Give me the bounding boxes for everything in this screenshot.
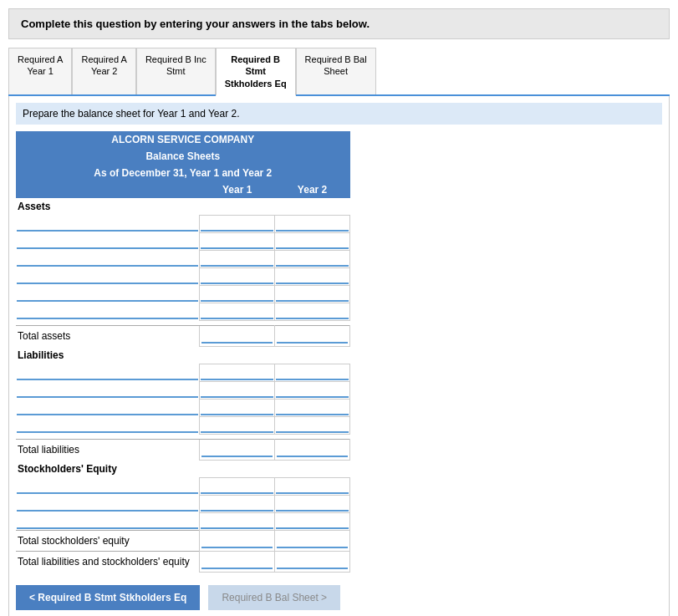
asset-name-5[interactable] [17,287,198,302]
asset-name-6[interactable] [17,304,198,319]
stockholders-equity-label-row: Stockholders' Equity [16,460,350,477]
blue-instruction: Prepare the balance sheet for Year 1 and… [16,103,662,125]
tab-req-b-stmt-stk[interactable]: Required BStmtStkholders Eq [216,48,296,96]
asset-year2-2[interactable] [276,234,349,249]
total-equity-year1[interactable] [201,533,273,548]
asset-year1-5[interactable] [201,287,273,302]
asset-year2-4[interactable] [276,269,349,284]
asset-year1-4[interactable] [201,269,273,284]
tabs-row: Required AYear 1 Required AYear 2 Requir… [8,48,670,96]
balance-sheet-table: ALCORN SERVICE COMPANY Balance Sheets As… [16,131,350,573]
total-liabilities-row: Total liabilities [16,439,350,460]
equity-year1-1[interactable] [201,479,273,494]
equity-year2-1[interactable] [276,479,349,494]
asset-name-1[interactable] [17,216,198,232]
liability-row-3 [16,399,350,416]
asset-year2-3[interactable] [276,252,349,267]
asset-year2-5[interactable] [276,287,349,302]
asset-year1-1[interactable] [201,216,273,232]
report-title: Balance Sheets [16,148,350,165]
equity-row-2 [16,495,350,512]
next-button[interactable]: Required B Bal Sheet [208,585,340,610]
total-equity-row: Total stockholders' equity [16,530,350,551]
equity-name-1[interactable] [17,479,198,494]
assets-label: Assets [16,198,350,216]
year2-col-header: Year 2 [275,181,350,198]
asset-row-5 [16,285,350,303]
report-title-row: Balance Sheets [16,148,350,165]
asset-year2-6[interactable] [276,304,349,319]
equity-row-3 [16,512,350,530]
tab-req-b-bal-sheet[interactable]: Required B BalSheet [296,48,376,94]
liability-year2-3[interactable] [276,400,349,415]
total-assets-row: Total assets [16,325,350,346]
liability-row-1 [16,364,350,381]
asset-name-4[interactable] [17,269,198,284]
liability-name-2[interactable] [17,383,198,398]
liability-row-4 [16,416,350,434]
liability-name-4[interactable] [17,418,198,433]
asset-row-1 [16,215,350,232]
instruction-bar: Complete this question by entering your … [8,8,670,39]
total-equity-year2[interactable] [277,533,348,548]
total-assets-label: Total assets [16,325,200,346]
asset-row-4 [16,267,350,285]
total-liabilities-equity-year2[interactable] [277,554,348,569]
stockholders-equity-label: Stockholders' Equity [16,460,350,477]
asset-year1-3[interactable] [201,252,273,267]
liability-name-3[interactable] [17,400,198,415]
asset-name-2[interactable] [17,234,198,249]
total-assets-year1[interactable] [201,328,273,344]
liability-year1-1[interactable] [201,365,273,380]
liability-name-1[interactable] [17,365,198,380]
liabilities-label-row: Liabilities [16,346,350,364]
assets-label-row: Assets [16,198,350,216]
company-name-row: ALCORN SERVICE COMPANY [16,131,350,148]
year1-col-header: Year 1 [200,181,275,198]
equity-name-3[interactable] [17,514,198,529]
total-liabilities-equity-row: Total liabilities and stockholders' equi… [16,551,350,572]
col-headers-row: Year 1 Year 2 [16,181,350,198]
total-equity-label: Total stockholders' equity [16,530,200,551]
content-area: Prepare the balance sheet for Year 1 and… [8,96,670,616]
liability-row-2 [16,381,350,399]
report-date-row: As of December 31, Year 1 and Year 2 [16,165,350,181]
equity-year1-3[interactable] [201,514,273,529]
total-liabilities-label: Total liabilities [16,439,200,460]
report-date: As of December 31, Year 1 and Year 2 [16,165,350,181]
total-liabilities-equity-year1[interactable] [201,554,273,569]
equity-year2-2[interactable] [276,496,349,512]
asset-year2-1[interactable] [276,216,349,232]
total-liabilities-equity-label: Total liabilities and stockholders' equi… [16,551,200,572]
equity-year1-2[interactable] [201,496,273,512]
equity-name-2[interactable] [17,496,198,512]
liability-year1-4[interactable] [201,418,273,433]
liabilities-label: Liabilities [16,346,350,364]
company-name: ALCORN SERVICE COMPANY [16,131,350,148]
equity-row-1 [16,477,350,495]
prev-button[interactable]: Required B Stmt Stkholders Eq [16,585,200,610]
asset-year1-2[interactable] [201,234,273,249]
asset-year1-6[interactable] [201,304,273,319]
asset-row-6 [16,303,350,320]
liability-year2-1[interactable] [276,365,349,380]
tab-req-b-inc-stmt[interactable]: Required B IncStmt [136,48,216,94]
nav-buttons: Required B Stmt Stkholders Eq Required B… [16,585,662,610]
tab-req-a-year1[interactable]: Required AYear 1 [8,48,72,94]
liability-year2-2[interactable] [276,383,349,398]
liability-year2-4[interactable] [276,418,349,433]
total-liabilities-year2[interactable] [277,442,348,457]
equity-year2-3[interactable] [276,514,349,529]
asset-row-2 [16,232,350,250]
blank-col-header [16,181,200,198]
asset-row-3 [16,250,350,267]
total-assets-year2[interactable] [277,328,348,344]
total-liabilities-year1[interactable] [201,442,273,457]
tab-req-a-year2[interactable]: Required AYear 2 [72,48,135,94]
asset-name-3[interactable] [17,252,198,267]
liability-year1-3[interactable] [201,400,273,415]
liability-year1-2[interactable] [201,383,273,398]
